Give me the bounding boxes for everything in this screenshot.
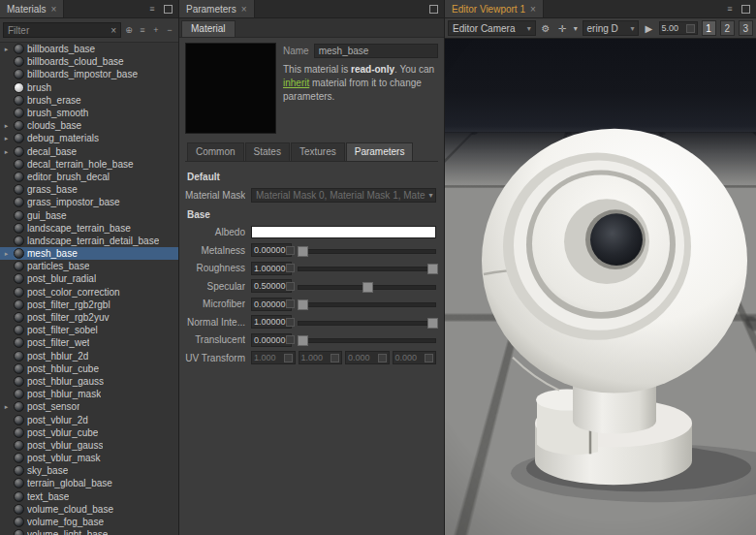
camera-speed-field[interactable]: 5.00 xyxy=(659,21,698,35)
viewport-3d[interactable] xyxy=(445,39,756,535)
tab-textures[interactable]: Textures xyxy=(291,142,345,161)
add-material-icon[interactable]: ⊕ xyxy=(123,24,135,36)
value-drag-icon[interactable] xyxy=(686,24,695,33)
value-drag-icon[interactable] xyxy=(331,354,339,362)
tree-item-particles_base[interactable]: particles_base xyxy=(0,260,178,272)
tree-item-post_filter_rgb2rgbl[interactable]: post_filter_rgb2rgbl xyxy=(0,299,178,311)
tree-item-text_base[interactable]: text_base xyxy=(0,490,178,503)
tree-item-volume_fog_base[interactable]: volume_fog_base xyxy=(0,516,178,528)
metalness-slider[interactable] xyxy=(298,244,436,257)
tree-item-billboards_impostor_base[interactable]: billboards_impostor_base xyxy=(0,68,178,80)
uv-field-0[interactable]: 1.000 xyxy=(251,351,296,364)
expand-all-icon[interactable]: + xyxy=(150,24,162,36)
microfiber-field[interactable]: 0.00000 xyxy=(251,298,292,311)
tree-item-billboards_base[interactable]: ▸billboards_base xyxy=(0,43,178,55)
value-drag-icon[interactable] xyxy=(286,264,295,272)
slider-handle[interactable] xyxy=(298,299,308,310)
camera-settings-gear-icon[interactable]: ⚙ xyxy=(539,21,552,35)
microfiber-slider[interactable] xyxy=(298,298,436,310)
tree-item-brush[interactable]: brush xyxy=(0,81,178,94)
section-base[interactable]: Base xyxy=(187,209,436,220)
value-drag-icon[interactable] xyxy=(286,335,295,344)
tree-item-gui_base[interactable]: gui_base xyxy=(0,208,178,221)
tab-states[interactable]: States xyxy=(245,142,290,161)
float-panel-icon[interactable] xyxy=(740,3,751,15)
speed-preset-3-button[interactable]: 3 xyxy=(739,20,753,36)
tree-item-post_filter_sobel[interactable]: post_filter_sobel xyxy=(0,324,178,336)
tab-materials[interactable]: Materials × xyxy=(0,0,64,17)
tree-item-landscape_terrain_base[interactable]: landscape_terrain_base xyxy=(0,222,178,235)
section-default[interactable]: Default xyxy=(187,172,436,182)
normal-intensity-field[interactable]: 1.00000 xyxy=(251,315,292,329)
slider-handle[interactable] xyxy=(427,318,438,329)
tree-item-post_vblur_cube[interactable]: post_vblur_cube xyxy=(0,426,178,439)
tree-item-editor_brush_decal[interactable]: editor_brush_decal xyxy=(0,171,178,183)
tab-common[interactable]: Common xyxy=(187,142,244,161)
speed-preset-1-button[interactable]: 1 xyxy=(702,20,716,36)
panel-menu-icon[interactable]: ≡ xyxy=(724,3,736,15)
float-panel-icon[interactable] xyxy=(162,3,173,15)
expand-arrow-icon[interactable]: ▸ xyxy=(2,119,11,132)
tree-item-billboards_cloud_base[interactable]: billboards_cloud_base xyxy=(0,55,178,68)
translucent-field[interactable]: 0.00000 xyxy=(251,333,292,347)
material-preview[interactable] xyxy=(185,43,276,134)
tree-item-sky_base[interactable]: sky_base xyxy=(0,464,178,477)
translucent-slider[interactable] xyxy=(298,333,436,346)
value-drag-icon[interactable] xyxy=(286,318,295,327)
chevron-down-icon[interactable]: ▾ xyxy=(572,21,580,35)
camera-dropdown[interactable]: Editor Camera ▾ xyxy=(448,20,536,36)
uv-field-1[interactable]: 1.000 xyxy=(299,351,343,364)
tree-item-terrain_global_base[interactable]: terrain_global_base xyxy=(0,477,178,489)
value-drag-icon[interactable] xyxy=(425,354,433,362)
close-icon[interactable]: × xyxy=(530,4,536,15)
clear-filter-icon[interactable]: × xyxy=(110,25,116,36)
close-icon[interactable]: × xyxy=(241,4,247,15)
tree-item-grass_base[interactable]: grass_base xyxy=(0,183,178,196)
slider-handle[interactable] xyxy=(427,264,438,274)
roughness-field[interactable]: 1.00000 xyxy=(251,262,292,275)
tab-parameters[interactable]: Parameters × xyxy=(179,0,255,17)
tree-item-post_vblur_2d[interactable]: post_vblur_2d xyxy=(0,413,178,425)
tree-item-post_hblur_2d[interactable]: post_hblur_2d xyxy=(0,350,178,362)
tree-item-post_vblur_mask[interactable]: post_vblur_mask xyxy=(0,452,178,464)
tree-item-decal_base[interactable]: ▸decal_base xyxy=(0,145,178,158)
slider-handle[interactable] xyxy=(298,335,308,346)
tree-item-mesh_base[interactable]: ▸mesh_base xyxy=(0,247,178,260)
tree-item-brush_erase[interactable]: brush_erase xyxy=(0,94,178,107)
tree-item-post_filter_rgb2yuv[interactable]: post_filter_rgb2yuv xyxy=(0,311,178,324)
albedo-color-swatch[interactable] xyxy=(251,226,436,238)
navigation-speed-icon[interactable]: ▶ xyxy=(642,21,655,35)
float-panel-icon[interactable] xyxy=(427,3,439,15)
inherit-link[interactable]: inherit xyxy=(283,78,309,88)
tree-item-debug_materials[interactable]: ▸debug_materials xyxy=(0,132,178,144)
tree-item-post_color_correction[interactable]: post_color_correction xyxy=(0,286,178,299)
roughness-slider[interactable] xyxy=(298,262,436,274)
filter-input[interactable]: Filter × xyxy=(3,22,121,38)
tree-item-post_sensor[interactable]: ▸post_sensor xyxy=(0,400,178,413)
value-drag-icon[interactable] xyxy=(286,246,295,255)
tree-item-post_hblur_cube[interactable]: post_hblur_cube xyxy=(0,362,178,375)
collapse-all-icon[interactable]: − xyxy=(164,24,175,36)
close-icon[interactable]: × xyxy=(51,4,57,15)
value-drag-icon[interactable] xyxy=(284,354,293,362)
tree-item-post_vblur_gauss[interactable]: post_vblur_gauss xyxy=(0,439,178,452)
tree-item-clouds_base[interactable]: ▸clouds_base xyxy=(0,119,178,132)
tree-item-volume_light_base[interactable]: volume_light_base xyxy=(0,528,178,535)
specular-slider[interactable] xyxy=(298,280,436,293)
tab-parameters-inner[interactable]: Parameters xyxy=(346,142,414,161)
value-drag-icon[interactable] xyxy=(286,282,295,291)
tab-editor-viewport[interactable]: Editor Viewport 1 × xyxy=(445,0,544,17)
tree-item-landscape_terrain_detail_base[interactable]: landscape_terrain_detail_base xyxy=(0,235,178,247)
value-drag-icon[interactable] xyxy=(286,299,295,308)
tree-item-brush_smooth[interactable]: brush_smooth xyxy=(0,107,178,119)
slider-handle[interactable] xyxy=(362,282,373,293)
value-drag-icon[interactable] xyxy=(378,354,387,362)
hierarchy-view-icon[interactable]: ≡ xyxy=(137,24,148,36)
subtab-material[interactable]: Material xyxy=(181,20,236,37)
expand-arrow-icon[interactable]: ▸ xyxy=(2,43,11,55)
panel-menu-icon[interactable]: ≡ xyxy=(146,3,158,15)
specular-field[interactable]: 0.50000 xyxy=(251,279,292,293)
uv-field-3[interactable]: 0.000 xyxy=(393,351,437,364)
material-mask-select[interactable]: Material Mask 0, Material Mask 1, Mate ▾ xyxy=(251,188,436,203)
expand-arrow-icon[interactable]: ▸ xyxy=(2,145,11,158)
